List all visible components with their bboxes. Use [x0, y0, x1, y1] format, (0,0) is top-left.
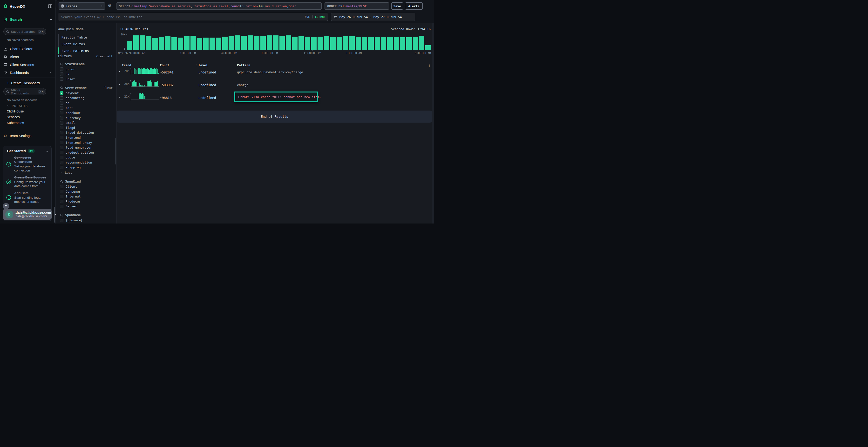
- filter-option-producer[interactable]: Producer: [56, 199, 117, 204]
- order-by-editor[interactable]: ORDER BY Timestamp DESC: [324, 2, 389, 10]
- collapse-less-button[interactable]: Less: [56, 170, 117, 175]
- checkbox[interactable]: [60, 111, 63, 114]
- filter-option-ad[interactable]: ad: [56, 100, 117, 105]
- checkbox[interactable]: [60, 77, 63, 81]
- pattern-row[interactable]: 22K~98813undefinedError: Visa cache full…: [117, 91, 432, 104]
- search-icon[interactable]: [60, 63, 63, 66]
- filter-option-flagd[interactable]: flagd: [56, 125, 117, 130]
- checkbox[interactable]: [60, 166, 63, 169]
- checkbox[interactable]: [60, 195, 63, 198]
- filter-option-recommendation[interactable]: recommendation: [56, 160, 117, 165]
- alerts-button[interactable]: Alerts: [405, 2, 423, 10]
- date-range-picker[interactable]: May 26 09:09:54 - May 27 09:09:54: [331, 13, 415, 21]
- results-histogram[interactable]: [127, 34, 431, 50]
- preset-item-clickhouse[interactable]: ClickHouse: [0, 108, 56, 114]
- filter-option-internal[interactable]: Internal: [56, 194, 117, 199]
- get-started-item[interactable]: Create Data SourcesConfigure where your …: [6, 176, 50, 188]
- filter-option-fraud-detection[interactable]: fraud-detection: [56, 130, 117, 135]
- sidebar-item-team-settings[interactable]: ⚙ Team Settings: [0, 133, 56, 139]
- chevron-up-icon[interactable]: [45, 149, 49, 153]
- checkbox[interactable]: [60, 121, 63, 125]
- chevron-up-icon[interactable]: [50, 18, 53, 21]
- results-scrollbar-gutter[interactable]: [432, 23, 434, 224]
- sql-toggle[interactable]: SQL: [305, 15, 310, 19]
- filter-option-consumer[interactable]: Consumer: [56, 189, 117, 194]
- checkbox[interactable]: [60, 205, 63, 208]
- sql-select-editor[interactable]: SELECT Timestamp, ServiceName as service…: [116, 2, 322, 10]
- saved-searches-input[interactable]: Saved Searches ⌘K: [3, 28, 46, 35]
- checkbox[interactable]: [60, 219, 63, 222]
- checkbox[interactable]: [60, 126, 63, 129]
- filters-scrollbar[interactable]: [115, 138, 116, 165]
- sidebar-item-client-sessions[interactable]: Client Sessions: [0, 61, 56, 69]
- checkbox[interactable]: [60, 67, 63, 71]
- filter-option-product-catalog[interactable]: product-catalog: [56, 150, 117, 155]
- checkbox[interactable]: [60, 96, 63, 100]
- get-started-item[interactable]: Add DataStart sending logs, metrics, or …: [6, 191, 50, 204]
- search-icon[interactable]: [60, 214, 63, 217]
- user-menu[interactable]: D dale@clickhouse.com dale@clickhouse.co…: [3, 209, 52, 220]
- search-input[interactable]: Search your events w/ Lucene ex. column:…: [59, 13, 328, 21]
- filter-option-accounting[interactable]: accounting: [56, 95, 117, 100]
- saved-dashboards-input[interactable]: Saved Dashboards ⌘K: [3, 88, 46, 95]
- checkbox[interactable]: [60, 156, 63, 159]
- help-button[interactable]: ?: [3, 203, 9, 209]
- chevron-up-icon[interactable]: [49, 71, 52, 74]
- search-icon[interactable]: [60, 180, 63, 183]
- checkbox[interactable]: [60, 136, 63, 139]
- checkbox[interactable]: [60, 101, 63, 105]
- sidebar-item-dashboards[interactable]: Dashboards: [0, 69, 56, 77]
- clear-filter-button[interactable]: Clear: [103, 86, 113, 90]
- sidebar-item-search[interactable]: Search: [3, 16, 53, 23]
- filter-option-load-generator[interactable]: load-generator: [56, 145, 117, 150]
- analysis-mode-results-table[interactable]: Results Table: [58, 34, 114, 41]
- filter-option-flagd-evaluation-v1-se[interactable]: /flagd.evaluation.v1.Se…: [56, 223, 117, 224]
- source-select[interactable]: Traces: [59, 2, 105, 10]
- checkbox[interactable]: [60, 146, 63, 149]
- filter-option-server[interactable]: Server: [56, 204, 117, 209]
- get-started-item[interactable]: Connect to ClickHouseSet up your databas…: [6, 156, 50, 172]
- checkbox[interactable]: [60, 116, 63, 119]
- filter-option-unset[interactable]: Unset: [56, 77, 117, 82]
- filter-option-shipping[interactable]: shipping: [56, 165, 117, 170]
- clear-all-button[interactable]: Clear all: [96, 55, 113, 58]
- lucene-toggle[interactable]: Lucene: [315, 15, 326, 19]
- sidebar-scrollbar[interactable]: [54, 207, 55, 222]
- pattern-row[interactable]: 28K~592041undefinedgrpc.oteldemo.Payment…: [117, 66, 432, 78]
- get-started-header[interactable]: Get Started 3/3: [7, 149, 49, 153]
- checkbox[interactable]: [60, 72, 63, 76]
- filter-option-ok[interactable]: Ok: [56, 72, 117, 77]
- preset-item-services[interactable]: Services: [0, 114, 56, 120]
- checkbox[interactable]: [60, 190, 63, 193]
- filter-option-quote[interactable]: quote: [56, 155, 117, 160]
- filter-option-closure[interactable]: {closure}: [56, 218, 117, 223]
- search-icon[interactable]: [60, 86, 63, 89]
- analysis-mode-event-deltas[interactable]: Event Deltas: [58, 41, 114, 47]
- filter-option-error[interactable]: Error: [56, 67, 117, 72]
- sidebar-item-chart-explorer[interactable]: Chart Explorer: [0, 45, 56, 53]
- checkbox[interactable]: ✓: [60, 91, 63, 95]
- filter-option-checkout[interactable]: checkout: [56, 110, 117, 115]
- checkbox[interactable]: [60, 141, 63, 144]
- preset-item-kubernetes[interactable]: Kubernetes: [0, 120, 56, 126]
- source-settings-gear-icon[interactable]: ⚙: [108, 3, 112, 8]
- analysis-mode-event-patterns[interactable]: Event Patterns: [58, 47, 114, 54]
- filter-option-client[interactable]: Client: [56, 184, 117, 189]
- sidebar-item-alerts[interactable]: Alerts: [0, 53, 56, 61]
- collapse-sidebar-icon[interactable]: [48, 4, 53, 9]
- filter-option-payment[interactable]: ✓payment: [56, 91, 117, 96]
- checkbox[interactable]: [60, 151, 63, 154]
- presets-toggle[interactable]: PRESETS: [7, 104, 28, 108]
- save-button[interactable]: Save: [391, 2, 403, 10]
- checkbox[interactable]: [60, 106, 63, 110]
- filter-option-email[interactable]: email: [56, 120, 117, 125]
- filter-option-cart[interactable]: cart: [56, 105, 117, 110]
- pattern-row[interactable]: 28K~503982undefinedcharge: [117, 78, 432, 91]
- filter-option-frontend[interactable]: frontend: [56, 135, 117, 140]
- checkbox[interactable]: [60, 131, 63, 134]
- filter-option-currency[interactable]: currency: [56, 115, 117, 121]
- create-dashboard-button[interactable]: + Create Dashboard: [0, 79, 56, 87]
- checkbox[interactable]: [60, 185, 63, 188]
- filter-option-frontend-proxy[interactable]: frontend-proxy: [56, 140, 117, 145]
- checkbox[interactable]: [60, 200, 63, 203]
